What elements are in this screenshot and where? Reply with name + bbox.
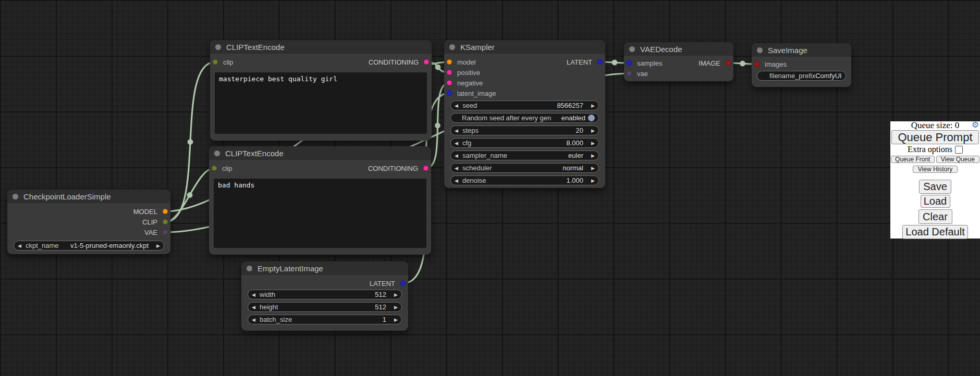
collapse-dot[interactable] — [629, 46, 635, 52]
port-model-output[interactable] — [163, 209, 168, 214]
decrement-arrow-icon[interactable]: ◀ — [455, 103, 461, 108]
queue-panel: Queue size: 0 ⚙ Queue Prompt Extra optio… — [890, 121, 980, 239]
port-conditioning-output[interactable] — [424, 59, 429, 65]
widget-value: 20 — [576, 127, 583, 134]
queue-prompt-button[interactable]: Queue Prompt — [891, 130, 979, 144]
node-title: CLIPTextEncode — [225, 149, 284, 158]
toggle-dot-icon[interactable] — [588, 115, 595, 121]
decrement-arrow-icon[interactable]: ◀ — [18, 243, 24, 248]
port-latent-output[interactable] — [597, 59, 603, 65]
filename-prefix-widget[interactable]: filename_prefix ComfyUI — [757, 71, 846, 81]
port-vae-input[interactable] — [627, 71, 632, 76]
increment-arrow-icon[interactable]: ▶ — [588, 153, 595, 158]
port-latent-image-input[interactable] — [447, 91, 452, 96]
port-clip-input[interactable] — [213, 59, 218, 65]
height-widget[interactable]: ◀ height 512 ▶ — [248, 302, 402, 312]
increment-arrow-icon[interactable]: ▶ — [588, 166, 595, 171]
node-title: CheckpointLoaderSimple — [23, 192, 111, 201]
decrement-arrow-icon[interactable]: ◀ — [455, 153, 461, 158]
port-conditioning-output[interactable] — [423, 166, 428, 171]
increment-arrow-icon[interactable]: ▶ — [588, 128, 595, 133]
port-latent-output[interactable] — [400, 281, 406, 286]
increment-arrow-icon[interactable]: ▶ — [391, 292, 398, 297]
widget-label: Random seed after every gen — [462, 114, 551, 122]
collapse-dot[interactable] — [215, 44, 221, 50]
denoise-widget[interactable]: ◀ denoise 1.000 ▶ — [450, 176, 599, 185]
node-title-bar[interactable]: CLIPTextEncode — [210, 40, 432, 54]
queue-size-label: Queue size: 0 — [911, 120, 960, 130]
decrement-arrow-icon[interactable]: ◀ — [455, 141, 461, 146]
clear-button[interactable]: Clear — [918, 209, 952, 224]
gear-icon[interactable]: ⚙ — [972, 121, 979, 129]
collapse-dot[interactable] — [449, 44, 455, 50]
save-button[interactable]: Save — [919, 180, 951, 194]
queue-front-button[interactable]: Queue Front — [891, 156, 935, 163]
node-title: SaveImage — [768, 46, 807, 55]
collapse-dot[interactable] — [757, 47, 763, 53]
decrement-arrow-icon[interactable]: ◀ — [455, 128, 461, 133]
port-clip-input[interactable] — [212, 166, 217, 171]
output-label-conditioning: CONDITIONING — [368, 165, 431, 172]
node-title-bar[interactable]: SaveImage — [752, 43, 851, 57]
widget-value: 8.000 — [566, 139, 583, 147]
port-image-output[interactable] — [726, 60, 731, 66]
increment-arrow-icon[interactable]: ▶ — [391, 305, 398, 310]
port-negative-input[interactable] — [447, 80, 452, 85]
collapse-dot[interactable] — [247, 266, 252, 271]
view-queue-button[interactable]: View Queue — [936, 156, 980, 163]
decrement-arrow-icon[interactable]: ◀ — [252, 317, 259, 322]
node-title-bar[interactable]: KSampler — [444, 40, 605, 54]
widget-value: enabled — [561, 114, 585, 122]
collapse-dot[interactable] — [13, 194, 18, 199]
widget-value: euler — [568, 152, 583, 159]
widget-label: denoise — [462, 177, 486, 184]
node-graph-canvas[interactable]: CheckpointLoaderSimple MODEL CLIP VAE ◀ … — [0, 0, 980, 376]
increment-arrow-icon[interactable]: ▶ — [588, 178, 595, 183]
node-title-bar[interactable]: EmptyLatentImage — [241, 261, 408, 275]
increment-arrow-icon[interactable]: ▶ — [153, 243, 160, 248]
extra-options-row: Extra options — [890, 144, 980, 155]
node-title-bar[interactable]: VAEDecode — [624, 42, 733, 56]
extra-options-checkbox[interactable] — [955, 146, 963, 154]
load-button[interactable]: Load — [921, 195, 950, 208]
port-samples-input[interactable] — [627, 60, 632, 66]
widget-label: height — [260, 303, 278, 311]
decrement-arrow-icon[interactable]: ◀ — [455, 166, 461, 171]
scheduler-widget[interactable]: ◀ scheduler normal ▶ — [450, 163, 599, 173]
ckpt-name-widget[interactable]: ◀ ckpt_name v1-5-pruned-emaonly.ckpt ▶ — [14, 241, 164, 250]
seed-widget[interactable]: ◀ seed 8566257 ▶ — [450, 101, 599, 110]
decrement-arrow-icon[interactable]: ◀ — [252, 305, 259, 310]
port-positive-input[interactable] — [447, 70, 452, 75]
batch-size-widget[interactable]: ◀ batch_size 1 ▶ — [248, 315, 402, 324]
collapse-dot[interactable] — [214, 151, 220, 156]
increment-arrow-icon[interactable]: ▶ — [588, 141, 595, 146]
node-title: CLIPTextEncode — [226, 43, 285, 52]
view-history-button[interactable]: View History — [913, 166, 958, 173]
port-model-input[interactable] — [447, 59, 452, 65]
positive-prompt-textarea[interactable]: masterpiece best quality girl — [215, 72, 427, 134]
widget-value: v1-5-pruned-emaonly.ckpt — [70, 242, 149, 249]
node-title-bar[interactable]: CLIPTextEncode — [209, 146, 431, 160]
steps-widget[interactable]: ◀ steps 20 ▶ — [450, 126, 599, 135]
port-images-input[interactable] — [754, 61, 760, 67]
node-title-bar[interactable]: CheckpointLoaderSimple — [7, 190, 170, 203]
cfg-widget[interactable]: ◀ cfg 8.000 ▶ — [450, 138, 599, 148]
port-clip-output[interactable] — [163, 219, 168, 224]
node-clip-text-encode-negative: CLIPTextEncode clip CONDITIONING bad han… — [209, 146, 431, 255]
load-default-button[interactable]: Load Default — [902, 225, 968, 239]
negative-prompt-textarea[interactable]: bad hands — [214, 179, 426, 248]
widget-label: filename_prefix — [769, 72, 815, 80]
increment-arrow-icon[interactable]: ▶ — [588, 103, 595, 108]
widget-value: 512 — [375, 303, 386, 311]
sampler-name-widget[interactable]: ◀ sampler_name euler ▶ — [450, 151, 599, 160]
width-widget[interactable]: ◀ width 512 ▶ — [248, 290, 402, 299]
widget-value: 8566257 — [557, 102, 583, 109]
widget-value: 1.000 — [566, 177, 583, 184]
decrement-arrow-icon[interactable]: ◀ — [252, 292, 259, 297]
widget-label: seed — [462, 102, 477, 109]
decrement-arrow-icon[interactable]: ◀ — [455, 178, 461, 183]
random-seed-toggle-widget[interactable]: Random seed after every gen enabled — [450, 113, 599, 123]
port-vae-output[interactable] — [163, 230, 168, 235]
node-title: KSampler — [460, 43, 495, 52]
increment-arrow-icon[interactable]: ▶ — [391, 317, 398, 322]
